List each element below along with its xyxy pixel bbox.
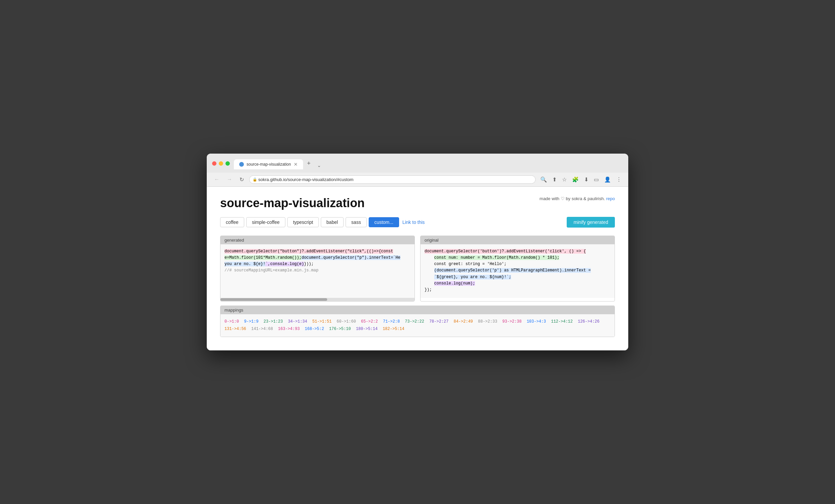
tab-typescript[interactable]: typescript [287, 217, 319, 227]
mapping-item: 60->1:60 [337, 319, 358, 324]
tab-favicon [239, 162, 244, 167]
forward-button[interactable]: → [225, 176, 234, 183]
link-this[interactable]: Link to this [403, 220, 425, 225]
address-bar: ← → ↻ 🔒 🔍 ⬆ ☆ 🧩 ⬇ ▭ 👤 ⋮ [207, 173, 628, 187]
mapping-item: 71->2:8 [383, 319, 403, 324]
extensions-icon[interactable]: 🧩 [571, 176, 580, 183]
orig-line-2: const num: number = Math.floor(Math.rand… [425, 255, 611, 261]
mapping-item: 84->2:49 [454, 319, 475, 324]
gen-hl-5: `,console.log(e) [265, 262, 304, 266]
mapping-item: 180->5:14 [356, 327, 380, 331]
page-content: source-map-visualization made with ♡ by … [207, 187, 628, 350]
search-icon[interactable]: 🔍 [539, 176, 548, 183]
minimize-button[interactable] [219, 161, 223, 166]
mapping-item: 168->5:2 [305, 327, 326, 331]
tab-simple-coffee[interactable]: simple-coffee [246, 217, 285, 227]
orig-hl-1: document.querySelector('button')?.addEve… [425, 249, 586, 254]
orig-hl-6: console.log(num); [434, 281, 475, 286]
window-controls [212, 161, 230, 166]
repo-link[interactable]: repo [606, 196, 615, 201]
title-bar: source-map-visualization ✕ + ⌄ [207, 154, 628, 173]
share-icon[interactable]: ⬆ [551, 176, 558, 183]
mapping-item: 126->4:26 [578, 319, 599, 324]
mapping-item: 9->1:9 [244, 319, 261, 324]
generated-panel-body[interactable]: document.querySelector("button")?.addEve… [221, 244, 414, 298]
orig-hl-4: (document.querySelector('p') as HTMLPara… [434, 268, 591, 273]
mappings-panel-header: mappings [221, 306, 614, 314]
gen-hl-4: you are no. ${e}! [224, 262, 265, 266]
browser-window: source-map-visualization ✕ + ⌄ ← → ↻ 🔒 🔍… [207, 154, 628, 350]
title-bar-top: source-map-visualization ✕ + ⌄ [212, 158, 623, 169]
menu-icon[interactable]: ⋮ [615, 176, 623, 183]
lock-icon: 🔒 [252, 177, 257, 182]
profile-icon[interactable]: 👤 [603, 176, 612, 183]
mapping-item: 93->2:38 [503, 319, 524, 324]
mapping-item: 141->4:68 [251, 327, 275, 331]
mapping-item: 176->5:10 [329, 327, 353, 331]
source-map-comment: //# sourceMappingURL=example.min.js.map [224, 268, 319, 273]
page-title: source-map-visualization [220, 196, 365, 210]
made-with: made with ♡ by sokra & paulirish. repo [539, 196, 615, 201]
gen-hl-3: document.querySelector("p").innerText=`H… [301, 255, 400, 260]
mapping-item: 182->5:14 [383, 327, 405, 331]
download-icon[interactable]: ⬇ [583, 176, 590, 183]
mapping-item: 23->1:23 [264, 319, 285, 324]
back-button[interactable]: ← [212, 176, 222, 183]
original-panel: original document.querySelector('button'… [420, 236, 615, 302]
bookmark-icon[interactable]: ☆ [561, 176, 568, 183]
mapping-item: 51->1:51 [312, 319, 334, 324]
tab-bar: source-map-visualization ✕ + ⌄ [234, 158, 324, 169]
orig-line-3: const greet: string = 'Hello'; [425, 261, 611, 267]
orig-line-4: (document.querySelector('p') as HTMLPara… [425, 267, 611, 274]
address-input[interactable] [249, 175, 535, 184]
mapping-item: 131->4:56 [224, 327, 248, 331]
orig-hl-2: const num: number = Math.floor(Math.rand… [434, 255, 559, 260]
mappings-body: 0->1:0 9->1:9 23->1:23 34->1:34 51->1:51… [221, 314, 614, 337]
gen-hl-1: document.querySelector("button")?.addEve… [224, 249, 393, 254]
mapping-item: 78->2:27 [429, 319, 451, 324]
maximize-button[interactable] [225, 161, 230, 166]
refresh-button[interactable]: ↻ [238, 176, 246, 183]
tab-title: source-map-visualization [247, 162, 291, 167]
tab-babel[interactable]: babel [321, 217, 344, 227]
generated-line-2: e=Math.floor(101*Math.random());document… [224, 255, 410, 261]
tab-coffee[interactable]: coffee [220, 217, 244, 227]
tab-close-button[interactable]: ✕ [294, 162, 298, 167]
scrollbar-thumb [221, 298, 327, 301]
toolbar-icons: 🔍 ⬆ ☆ 🧩 ⬇ ▭ 👤 ⋮ [539, 176, 623, 183]
mappings-list: 0->1:0 9->1:9 23->1:23 34->1:34 51->1:51… [224, 319, 602, 331]
mapping-item: 65->2:2 [361, 319, 380, 324]
mappings-panel: mappings 0->1:0 9->1:9 23->1:23 34->1:34… [220, 305, 615, 337]
new-tab-button[interactable]: + [303, 158, 315, 169]
generated-panel-header: generated [221, 236, 414, 244]
address-wrap: 🔒 [249, 175, 535, 184]
mapping-item: 0->1:0 [224, 319, 241, 324]
gen-hl-2: e=Math.floor(101*Math.random()); [224, 255, 301, 260]
made-with-text: made with ♡ by sokra & paulirish. [539, 196, 605, 201]
page-header: source-map-visualization made with ♡ by … [220, 196, 615, 210]
mapping-item: 34->1:34 [288, 319, 310, 324]
tab-sass[interactable]: sass [346, 217, 367, 227]
generated-scrollbar[interactable] [221, 298, 414, 301]
orig-line-6: console.log(num); [425, 280, 611, 287]
mapping-item: 163->4:93 [278, 327, 302, 331]
tab-menu-button[interactable]: ⌄ [314, 161, 324, 169]
generated-line-3: you are no. ${e}!`,console.log(e)})); [224, 261, 410, 267]
generated-line-1: document.querySelector("button")?.addEve… [224, 248, 410, 255]
mapping-item: 73->2:22 [405, 319, 427, 324]
mapping-item: 88->2:33 [478, 319, 500, 324]
generated-line-4: //# sourceMappingURL=example.min.js.map [224, 267, 410, 274]
nav-tabs: coffee simple-coffee typescript babel sa… [220, 217, 615, 227]
generated-panel: generated document.querySelector("button… [220, 236, 415, 302]
panels-row: generated document.querySelector("button… [220, 236, 615, 302]
mapping-item: 112->4:12 [551, 319, 575, 324]
browser-tab[interactable]: source-map-visualization ✕ [234, 159, 303, 169]
tab-custom[interactable]: custom... [369, 217, 399, 227]
original-panel-body[interactable]: document.querySelector('button')?.addEve… [421, 244, 614, 298]
original-panel-header: original [421, 236, 614, 244]
minify-button[interactable]: minify generated [567, 217, 615, 227]
orig-hl-5: `${greet}, you are no. ${num}!`; [434, 275, 511, 279]
orig-line-7: }); [425, 287, 611, 293]
close-button[interactable] [212, 161, 217, 166]
reader-icon[interactable]: ▭ [592, 176, 600, 183]
